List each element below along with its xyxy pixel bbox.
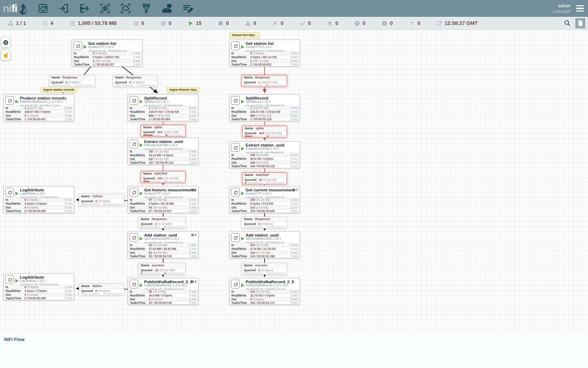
processor-type: JoltTransformJSON 1.16.3 [246,237,284,241]
connection-name-key: Name [141,264,149,267]
processor[interactable]: PublishKafkaRecord_2_6 PublishKafkaRecor… [229,278,300,305]
stat-window: 5 min [189,106,196,110]
connection-label[interactable]: Name Failure Queued 0 (0 bytes) [79,194,124,206]
remote-process-group-icon[interactable] [120,3,131,14]
connection-queued-count: 16 [155,268,159,272]
connection-label[interactable]: Name failure Queued 0 (0 bytes) [79,284,124,295]
connection-name-key: Name [81,284,90,288]
stat-label: Out [231,206,250,209]
processor-bundle: org.apache.nifi - nifi-standard-nar [20,283,58,286]
connection-label[interactable]: Name splits Queued 443 (115.62 KB) [242,126,287,138]
backpressure-count-bar [51,85,70,86]
template-icon[interactable] [161,3,173,14]
processor[interactable]: Add station_uuid JoltTransformJSON 1.16.… [229,231,300,258]
processor[interactable]: SplitRecord SplitRecord 1.16.3 org.apach… [128,94,198,121]
processor[interactable]: PublishKafkaRecord_2_6 PublishKafkaRecor… [128,278,198,305]
stat-window: 5 min [189,301,196,305]
connection-label[interactable]: Name splits Queued 522 (136.4 KB) [141,125,186,137]
connection-queued-key: Queued [244,81,256,84]
stat-label: Out [231,114,250,117]
processor[interactable]: Produce station records PublishKafkaReco… [4,94,74,121]
search-icon[interactable] [563,19,572,28]
processor[interactable]: Add station_uuid JoltTransformJSON 1.16.… [128,231,198,258]
stat-value: 0(0 bytes) [24,293,38,297]
processor[interactable]: SplitRecord SplitRecord 1.16.3 org.apach… [229,94,300,121]
stat-value: 43.12 KB / 0 bytes [149,154,175,157]
stat-value: 214 / 00:00:01.098 [250,254,276,258]
operate-palette-button[interactable]: ☝ [1,50,10,60]
connection-name-key: Name [141,217,149,221]
stat-window: 5 min [65,209,72,213]
canvas-footer: NiFi Flow [0,333,588,368]
connection-label[interactable]: Name matched Queued 10 (2.59 KB) [242,172,287,184]
processor[interactable]: Get station list InvokeHTTP 1.16.3 org.a… [72,40,142,67]
processor-stat-row: Tasks/Time 204 / 00:00:02.171 5 min [230,301,300,305]
flow-label[interactable]: Ingest station records [41,87,77,93]
stat-window: 5 min [189,254,196,258]
stat-window: 5 min [291,247,298,251]
status-item: 0 [327,20,338,26]
connection-label[interactable]: Name Response Queued 0 (0 bytes) [241,217,287,229]
threads-grid-icon: ▦ [191,280,194,283]
stat-value: 214(27.8 KB) [250,206,268,209]
stat-window: 5 min [291,161,298,164]
backpressure-count-bar [244,226,262,227]
queued-items-icon [69,20,75,26]
stat-window: 5 min [189,202,196,205]
processor-icon[interactable] [37,3,49,14]
stat-value: 2 / 00:00:00.501 [250,63,273,66]
active-threads-badge: ▦1 [191,188,196,191]
status-item: 4 [42,20,53,26]
stat-window: 5 min [65,198,72,202]
connection-label[interactable]: Name success Queued 16 (50.03 MB) [138,263,186,275]
input-port-icon[interactable] [58,3,69,14]
global-menu-icon[interactable] [575,5,584,13]
connection-label[interactable]: Name Response Queued 2 (3.25 MB) [138,217,186,229]
connection-queued-key: Queued [143,130,155,134]
stat-value: 246(63.9 KB) [250,161,268,164]
connection-label[interactable]: Name matched Queued 100 (25.43 KB) [141,171,186,183]
processor-stat-row: Tasks/Time 20 / 00:00:09.136 5 min [128,301,198,305]
processor[interactable]: LogAttribute LogAttribute 1.16.3 org.apa… [4,186,74,213]
connection-name-key: Name [115,76,124,79]
connection-name: splits [154,125,163,129]
stat-window: 5 min [65,114,72,117]
flow-label[interactable]: Ingest historic data [167,87,199,93]
processor-type-icon [231,96,240,105]
connection-label[interactable]: Name Response Queued 0 (0 bytes) [49,75,95,87]
backpressure-size-bar [266,226,285,227]
connection-label[interactable]: Name Response Queued 0 (0 bytes) [113,75,158,87]
processor-stat-row: Read/Write 0 bytes / 27.8 KB 5 min [230,202,300,205]
process-group-icon[interactable] [99,3,111,14]
backpressure-count-bar [245,136,262,137]
processor[interactable]: Extract station_uuid EvaluateJsonPath 1.… [128,138,198,165]
flow-canvas[interactable]: ☝ Get station list InvokeHTTP 1.16.3 org… [0,30,588,368]
processor[interactable]: Get station list InvokeHTTP 1.16.3 org.a… [229,40,300,67]
processor-stat-row: Tasks/Time 236 / 00:00:09.925 5 min [230,209,300,213]
connection-label[interactable]: Name success Queued 0 (0 bytes) [241,263,287,275]
processor[interactable]: LogAttribute LogAttribute 1.16.3 org.apa… [4,273,74,300]
label-icon[interactable] [182,3,193,14]
processor[interactable]: Get current measurement InvokeHTTP 1.16.… [229,186,300,213]
connection-name: Response [255,76,270,79]
status-value: 0 [363,20,365,26]
processor-bundle: org.apache.nifi - nifi-kafka-2-6-nar [144,287,192,291]
flow-label[interactable]: Stream live-data [229,32,259,38]
stat-label: Out [231,298,250,301]
connection-label[interactable]: Name Response Queued 1 (228.57 KB) [241,75,287,87]
processor[interactable]: Extract station_uuid EvaluateJsonPath 1.… [229,141,300,168]
active-threads-icon [42,20,48,26]
connection-name: success [152,264,164,267]
connection-name: matched [256,173,269,177]
stat-label: Out [6,114,24,117]
processor[interactable]: Get historic measurements InvokeHTTP 1.1… [128,186,198,213]
bulletin-panel-toggle[interactable] [575,18,585,28]
stat-label: Tasks/Time [231,63,250,66]
navigate-palette-button[interactable] [1,37,10,48]
logout-link[interactable]: LOG OUT [553,9,570,14]
output-port-icon[interactable] [79,3,90,14]
connection-queued-size: (228.57 KB) [261,81,278,84]
funnel-icon[interactable] [141,3,152,14]
connection-name: Response [255,217,270,221]
breadcrumb[interactable]: NiFi Flow [4,337,24,342]
